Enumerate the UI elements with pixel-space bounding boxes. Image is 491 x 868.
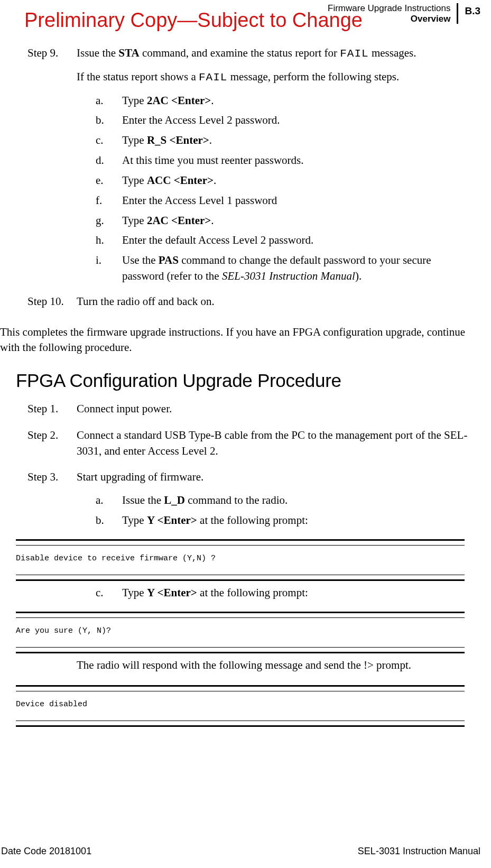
terminal-output: Device disabled bbox=[16, 685, 465, 727]
fpga-step-2: Step 2. Connect a standard USB Type-B ca… bbox=[0, 428, 480, 467]
substep: f.Enter the Access Level 1 password bbox=[96, 193, 480, 209]
step-body: Connect input power. bbox=[71, 401, 480, 424]
substep-list: a.Type 2AC <Enter>. b.Enter the Access L… bbox=[96, 93, 480, 284]
step-label: Step 10. bbox=[0, 294, 71, 317]
substep: i.Use the PAS command to change the defa… bbox=[96, 253, 480, 284]
substep: a.Issue the L_D command to the radio. bbox=[96, 493, 480, 509]
terminal-text: Device disabled bbox=[16, 691, 465, 721]
footer-right: SEL-3031 Instruction Manual bbox=[358, 845, 480, 858]
step-body: Start upgrading of firmware. a.Issue the… bbox=[71, 469, 480, 534]
substep: h.Enter the default Access Level 2 passw… bbox=[96, 233, 480, 248]
step-text: If the status report shows a FAIL messag… bbox=[77, 69, 480, 86]
step-10: Step 10. Turn the radio off and back on. bbox=[0, 294, 480, 317]
fpga-step-1: Step 1. Connect input power. bbox=[0, 401, 480, 424]
substep: b.Type Y <Enter> at the following prompt… bbox=[96, 513, 480, 529]
fpga-step-3: Step 3. Start upgrading of firmware. a.I… bbox=[0, 469, 480, 534]
substep: g.Type 2AC <Enter>. bbox=[96, 213, 480, 229]
step-text: Start upgrading of firmware. bbox=[77, 469, 480, 485]
step-text: Connect input power. bbox=[77, 401, 480, 417]
step-label: Step 9. bbox=[0, 45, 71, 291]
step-9: Step 9. Issue the STA command, and exami… bbox=[0, 45, 480, 291]
substep: a.Type 2AC <Enter>. bbox=[96, 93, 480, 109]
watermark: Preliminary Copy—Subject to Change bbox=[24, 6, 363, 35]
step-text: Turn the radio off and back on. bbox=[77, 294, 480, 310]
terminal-text: Are you sure (Y, N)? bbox=[16, 617, 465, 648]
step-text: Connect a standard USB Type-B cable from… bbox=[77, 428, 480, 459]
section-heading: FPGA Configuration Upgrade Procedure bbox=[16, 367, 480, 394]
substep-list: a.Issue the L_D command to the radio. b.… bbox=[96, 493, 480, 529]
step-body: Turn the radio off and back on. bbox=[71, 294, 480, 317]
substep: c.Type R_S <Enter>. bbox=[96, 133, 480, 149]
radio-respond: The radio will respond with the followin… bbox=[0, 658, 480, 681]
step-label: Step 3. bbox=[0, 469, 71, 534]
substep: d.At this time you must reenter password… bbox=[96, 153, 480, 169]
main-content: Step 9. Issue the STA command, and exami… bbox=[0, 45, 480, 731]
substep: c.Type Y <Enter> at the following prompt… bbox=[96, 585, 480, 601]
completion-text: This completes the firmware upgrade inst… bbox=[0, 325, 480, 356]
substep-list: c.Type Y <Enter> at the following prompt… bbox=[96, 585, 480, 601]
terminal-output: Disable device to receive firmware (Y,N)… bbox=[16, 539, 465, 581]
step-body: Issue the STA command, and examine the s… bbox=[71, 45, 480, 291]
substep: e.Type ACC <Enter>. bbox=[96, 173, 480, 189]
step-body: Connect a standard USB Type-B cable from… bbox=[71, 428, 480, 467]
fpga-step-3-c: c.Type Y <Enter> at the following prompt… bbox=[0, 585, 480, 607]
terminal-output: Are you sure (Y, N)? bbox=[16, 612, 465, 653]
substep: b.Enter the Access Level 2 password. bbox=[96, 113, 480, 128]
footer-left: Date Code 20181001 bbox=[1, 845, 91, 858]
terminal-text: Disable device to receive firmware (Y,N)… bbox=[16, 545, 465, 575]
step-text: The radio will respond with the followin… bbox=[77, 658, 480, 673]
step-text: Issue the STA command, and examine the s… bbox=[77, 45, 480, 62]
step-label: Step 1. bbox=[0, 401, 71, 424]
page-footer: Date Code 20181001 SEL-3031 Instruction … bbox=[1, 845, 480, 858]
page-number: B.3 bbox=[458, 3, 480, 19]
step-label: Step 2. bbox=[0, 428, 71, 467]
